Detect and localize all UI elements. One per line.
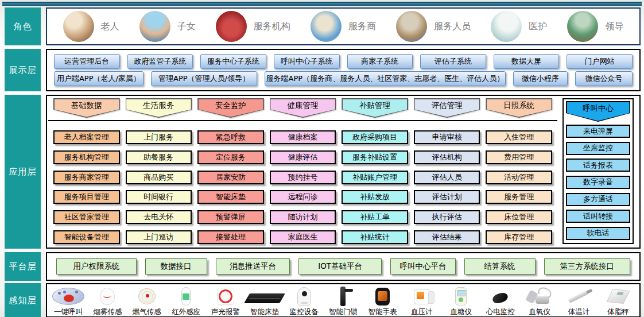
display-app-button: 管理APP（管理人员/领导） [151, 71, 257, 86]
device-icon [561, 285, 596, 307]
app-module: 补贴账户管理 [342, 171, 408, 184]
display-subsystem-button: 呼叫中心子系统 [274, 54, 340, 69]
app-module: 随访计划 [270, 210, 336, 224]
app-module: 智能床垫 [197, 190, 264, 204]
app-module: 服务管理 [486, 190, 552, 204]
device-label: 智能床垫 [250, 307, 279, 316]
device-icon [443, 285, 479, 307]
device-label: 血糖仪 [450, 307, 472, 316]
role-avatar [567, 11, 598, 42]
app-module: 来电弹屏 [566, 125, 630, 138]
platform-layer-box: 用户权限系统数据接口消息推送平台IOT基础平台呼叫中心平台结算系统第三方系统接口 [46, 252, 641, 281]
role-item: 医护 [491, 11, 547, 42]
device-icon [522, 285, 557, 307]
app-module: 去电关怀 [126, 210, 192, 224]
display-subsystem-button: 商家子系统 [347, 54, 413, 69]
app-module: 上门巡访 [126, 230, 192, 244]
role-avatar [311, 11, 342, 42]
application-layer-box: 基础数据 老人档案管理服务机构管理服务商家管理服务项目管理社区管家管理智能设备管… [46, 95, 641, 249]
device-item: 体脂秤 [600, 285, 636, 316]
display-layer-box: 运营管理后台政府监管子系统服务中心子系统呼叫中心子系统商家子系统评估子系统数据大… [46, 49, 641, 91]
roles-box: 老人 子女 服务机构 服务商 服务人员 医护 领导 [46, 7, 641, 45]
header-divider-line [48, 120, 557, 121]
app-module: 补贴工单 [342, 210, 408, 224]
app-module: 库存管理 [486, 230, 552, 244]
role-label: 服务机构 [254, 21, 290, 33]
app-module: 上门服务 [126, 130, 192, 144]
device-item: 智能床垫 [247, 285, 282, 316]
app-module: 社区管家管理 [53, 210, 120, 224]
device-label: 体温计 [568, 307, 590, 316]
role-avatar [216, 11, 247, 42]
platform-module: 用户权限系统 [56, 258, 137, 275]
device-label: 心电监控 [486, 307, 515, 316]
app-module: 入住管理 [486, 130, 552, 144]
perception-layer-row: 感知层 一键呼叫 烟雾传感 燃气传感 [5, 283, 641, 317]
device-label: 监控设备 [290, 307, 319, 316]
platform-module: 数据接口 [145, 258, 207, 275]
display-app-button: 微信公众号 [575, 71, 633, 86]
app-module: 评估机构 [414, 150, 480, 164]
device-icon [483, 285, 518, 307]
app-module: 商品购买 [126, 171, 192, 184]
device-label: 烟雾传感 [93, 307, 122, 316]
column-header-life-service: 生活服务 [126, 98, 192, 118]
platform-module: IOT基础平台 [298, 258, 382, 275]
device-item: 智能门锁 [325, 285, 361, 316]
device-icon [600, 285, 636, 307]
layer-label-platform: 平台层 [5, 252, 41, 281]
column-header-call-center: 呼叫中心 [566, 101, 630, 122]
device-label: 智能门锁 [329, 307, 358, 316]
platform-layer-row: 平台层 用户权限系统数据接口消息推送平台IOT基础平台呼叫中心平台结算系统第三方… [5, 252, 641, 281]
layer-label-display: 展示层 [5, 49, 41, 91]
device-icon [286, 285, 322, 307]
app-module: 服务项目管理 [53, 190, 120, 204]
app-module: 费用管理 [486, 150, 552, 164]
device-label: 血压计 [411, 307, 433, 316]
display-subsystem-button: 服务中心子系统 [200, 54, 266, 69]
device-item: 燃气传感 [129, 285, 165, 316]
role-item: 服务人员 [396, 11, 471, 42]
app-module: 家庭医生 [270, 230, 336, 244]
app-module: 评估人员 [414, 171, 480, 184]
platform-module: 结算系统 [464, 258, 536, 275]
role-label: 服务商 [348, 21, 376, 33]
app-module: 接警处理 [197, 230, 264, 244]
device-item: 声光报警 [208, 285, 243, 316]
device-item: 智能手表 [364, 285, 400, 316]
app-module: 智能设备管理 [53, 230, 120, 244]
column-header-daycare-system: 日照系统 [486, 98, 552, 118]
role-avatar [396, 11, 427, 42]
app-module: 时间银行 [126, 190, 192, 204]
device-label: 一键呼叫 [54, 307, 83, 316]
role-item: 老人 [63, 11, 119, 42]
app-module: 数字录音 [566, 176, 630, 189]
app-module: 服务机构管理 [53, 150, 120, 164]
device-icon [247, 285, 282, 307]
role-label: 老人 [101, 21, 119, 33]
top-accent-bar [2, 2, 642, 6]
device-item: 血糖仪 [443, 285, 479, 316]
app-module: 补贴发放 [342, 190, 408, 204]
application-layer-row: 应用层 基础数据 老人档案管理服务机构管理服务商家管理服务项目管理社区管家管理智… [5, 95, 641, 249]
app-module: 评估结果 [414, 230, 480, 244]
column-header-safety-monitor: 安全监护 [197, 98, 264, 118]
device-icon [208, 285, 243, 307]
architecture-diagram: 角色 老人 子女 服务机构 服务商 服务人员 医护 [0, 0, 644, 317]
display-subsystems-line: 运营管理后台政府监管子系统服务中心子系统呼叫中心子系统商家子系统评估子系统数据大… [54, 54, 633, 69]
layer-label-roles: 角色 [5, 7, 41, 45]
device-item: 红外感应 [168, 285, 204, 316]
device-item: 心电监控 [483, 285, 518, 316]
role-label: 服务人员 [434, 21, 471, 33]
app-module: 紧急呼救 [197, 130, 264, 144]
device-icon [364, 285, 400, 307]
app-module: 申请审核 [414, 130, 480, 144]
device-label: 燃气传感 [133, 307, 161, 316]
platform-module: 第三方系统接口 [544, 258, 630, 275]
device-icon [325, 285, 361, 307]
display-subsystem-button: 评估子系统 [420, 54, 486, 69]
role-item: 服务商 [311, 11, 376, 42]
column-header-assess-manage: 评估管理 [414, 98, 480, 118]
role-item: 领导 [567, 11, 623, 42]
app-module: 预约挂号 [270, 171, 336, 184]
